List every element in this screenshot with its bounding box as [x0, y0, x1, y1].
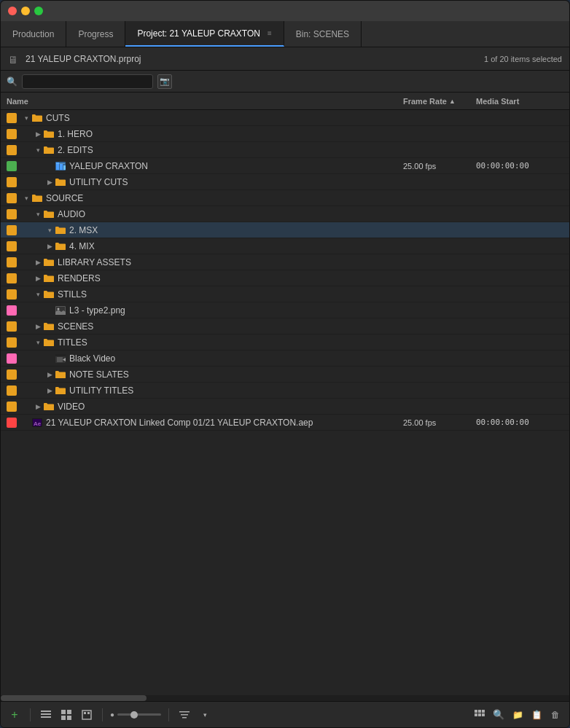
svg-rect-31: [41, 711, 51, 712]
row-toggle[interactable]: ▶: [33, 402, 43, 412]
grid-view-button[interactable]: [472, 707, 488, 723]
freeform-view-button[interactable]: [79, 707, 95, 723]
project-filename: 21 YALEUP CRAXTON.prproj: [26, 54, 141, 64]
metadata-button[interactable]: 📋: [528, 707, 544, 723]
row-label: 1. HERO: [58, 129, 403, 139]
row-color-swatch: [7, 369, 17, 380]
row-color-swatch: [7, 129, 17, 139]
row-icon-folder: [43, 337, 55, 348]
file-list: ▾ CUTS▶ 1. HERO▾ 2. EDITS YALEUP CRAXTON…: [1, 110, 569, 695]
table-row[interactable]: YALEUP CRAXTON25.00 fps00:00:00:00: [1, 158, 569, 174]
delete-button[interactable]: 🗑: [547, 707, 563, 723]
tab-bin-label: Bin: SCENES: [296, 29, 349, 39]
svg-rect-19: [44, 324, 54, 330]
row-icon-folder: [55, 241, 66, 251]
row-toggle[interactable]: ▶: [33, 257, 43, 267]
scrollbar-thumb[interactable]: [1, 695, 147, 701]
sort-dropdown[interactable]: ▾: [197, 707, 213, 723]
svg-rect-11: [55, 228, 66, 234]
search-button[interactable]: 🔍: [491, 707, 507, 723]
tab-bin[interactable]: Bin: SCENES: [284, 21, 362, 47]
tab-progress[interactable]: Progress: [66, 21, 125, 47]
table-row[interactable]: ▶ 1. HERO: [1, 126, 569, 142]
new-item-button[interactable]: +: [7, 707, 23, 723]
table-row[interactable]: ▶ LIBRARY ASSETS: [1, 254, 569, 270]
table-row[interactable]: ▶ UTILITY TITLES: [1, 383, 569, 399]
row-toggle[interactable]: ▶: [33, 273, 43, 283]
row-toggle[interactable]: ▶: [44, 177, 55, 187]
slider-track[interactable]: [117, 713, 161, 716]
row-color-swatch: [7, 402, 17, 412]
row-toggle[interactable]: ▾: [33, 289, 43, 300]
row-icon-video: [55, 353, 66, 364]
row-toggle[interactable]: ▾: [44, 225, 55, 235]
table-row[interactable]: ▾ 2. EDITS: [1, 142, 569, 158]
row-icon-folder: [43, 145, 55, 155]
row-color-swatch: [7, 241, 17, 251]
row-toggle[interactable]: ▶: [44, 241, 55, 251]
row-toggle[interactable]: ▶: [33, 129, 43, 139]
table-row[interactable]: ▾ TITLES: [1, 334, 569, 351]
table-row[interactable]: ▾ 2. MSX: [1, 222, 569, 238]
svg-rect-13: [44, 260, 54, 266]
row-label: LIBRARY ASSETS: [58, 257, 403, 267]
bottom-toolbar: + ●: [1, 701, 569, 727]
row-label: STILLS: [58, 289, 403, 300]
new-bin-button[interactable]: 📁: [510, 707, 526, 723]
sort-button[interactable]: [176, 707, 192, 723]
table-row[interactable]: L3 - type2.png: [1, 302, 569, 318]
svg-rect-38: [82, 711, 91, 719]
icon-view-button[interactable]: [58, 707, 74, 723]
slider-thumb[interactable]: [130, 711, 138, 719]
row-toggle[interactable]: ▾: [33, 145, 43, 155]
maximize-button[interactable]: [34, 7, 43, 15]
row-toggle[interactable]: ▶: [44, 385, 55, 396]
sort-arrow-icon: ▲: [449, 98, 456, 105]
row-toggle: [44, 305, 55, 316]
table-row[interactable]: ▶ RENDERS: [1, 270, 569, 286]
svg-rect-35: [67, 710, 71, 714]
col-name-header[interactable]: Name: [7, 97, 403, 106]
row-toggle[interactable]: ▾: [33, 209, 43, 219]
row-toggle[interactable]: ▶: [44, 369, 55, 380]
minimize-button[interactable]: [21, 7, 30, 15]
svg-rect-32: [41, 713, 51, 715]
search-input[interactable]: [22, 74, 153, 89]
row-toggle[interactable]: ▶: [33, 321, 43, 332]
zoom-slider[interactable]: ●: [110, 711, 161, 719]
table-row[interactable]: ▶ SCENES: [1, 318, 569, 334]
row-toggle[interactable]: ▾: [21, 193, 31, 203]
svg-text:Ae: Ae: [34, 420, 42, 427]
svg-rect-39: [84, 712, 86, 714]
table-row[interactable]: ▶ 4. MIX: [1, 238, 569, 254]
svg-rect-37: [67, 716, 71, 720]
tab-production-label: Production: [12, 29, 54, 39]
tab-project-close[interactable]: ≡: [268, 29, 272, 37]
table-row[interactable]: ▾ AUDIO: [1, 206, 569, 222]
table-row[interactable]: ▾ SOURCE: [1, 190, 569, 206]
col-framerate-header[interactable]: Frame Rate ▲: [403, 97, 476, 106]
camera-icon[interactable]: 📷: [157, 74, 172, 89]
tab-production[interactable]: Production: [1, 21, 66, 47]
row-icon-folder: [43, 321, 55, 332]
svg-rect-36: [61, 716, 66, 720]
col-mediastart-header[interactable]: Media Start: [476, 97, 563, 106]
row-label: SOURCE: [46, 193, 403, 203]
tab-project[interactable]: Project: 21 YALEUP CRAXTON ≡: [125, 21, 284, 47]
row-toggle[interactable]: ▾: [21, 113, 31, 123]
list-view-button[interactable]: [38, 707, 54, 723]
row-toggle[interactable]: ▾: [33, 337, 43, 348]
table-row[interactable]: ▶ UTILITY CUTS: [1, 174, 569, 190]
table-row[interactable]: Black Video: [1, 351, 569, 367]
table-row[interactable]: ▶ VIDEO: [1, 399, 569, 415]
svg-rect-45: [478, 710, 481, 713]
row-color-swatch: [7, 161, 17, 171]
app-window: Production Progress Project: 21 YALEUP C…: [0, 0, 570, 728]
table-row[interactable]: ▾ CUTS: [1, 110, 569, 126]
svg-rect-10: [44, 212, 54, 218]
horizontal-scrollbar[interactable]: [1, 695, 569, 701]
close-button[interactable]: [8, 7, 17, 15]
table-row[interactable]: ▶ NOTE SLATES: [1, 367, 569, 383]
table-row[interactable]: Ae 21 YALEUP CRAXTON Linked Comp 01/21 Y…: [1, 415, 569, 431]
table-row[interactable]: ▾ STILLS: [1, 286, 569, 302]
